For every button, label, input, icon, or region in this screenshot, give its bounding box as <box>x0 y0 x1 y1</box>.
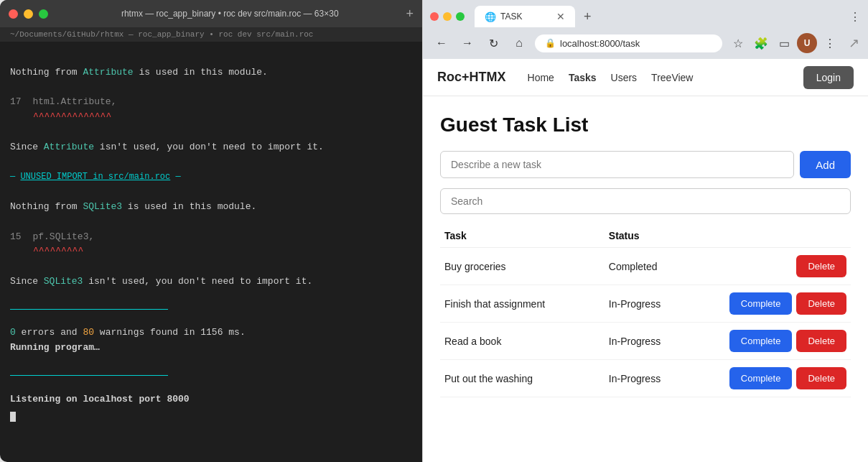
nav-links: Home Tasks Users TreeView <box>528 69 803 86</box>
app-navbar: Roc+HTMX Home Tasks Users TreeView Login <box>423 59 868 96</box>
task-name-3: Put out the washing <box>440 360 605 397</box>
browser-min-light[interactable] <box>443 12 452 21</box>
term-line <box>10 155 412 170</box>
app-main: Guest Task List Add Task Status <box>423 96 868 415</box>
term-underline-line: ^^^^^^^^^ <box>10 244 412 259</box>
term-line <box>10 125 412 140</box>
browser-url-actions: ☆ 🧩 ▭ U ⋮ <box>728 33 840 53</box>
app-content: Roc+HTMX Home Tasks Users TreeView Login… <box>423 59 868 462</box>
table-row: Buy groceriesCompletedDelete <box>440 248 851 285</box>
task-name-0: Buy groceries <box>440 248 605 285</box>
term-line <box>10 185 412 200</box>
terminal-title: rhtmx — roc_app_binary • roc dev src/mai… <box>60 9 400 19</box>
extensions-icon[interactable]: 🧩 <box>751 33 771 53</box>
close-traffic-light[interactable] <box>9 9 18 19</box>
browser-max-light[interactable] <box>456 12 465 21</box>
term-line: Nothing from Attribute is used in this m… <box>10 65 412 80</box>
url-text: localhost:8000/task <box>560 38 712 49</box>
login-button[interactable]: Login <box>803 66 854 89</box>
delete-button-0[interactable]: Delete <box>796 255 846 277</box>
task-table-header: Task Status <box>440 224 851 248</box>
term-line <box>10 259 412 274</box>
complete-button-3[interactable]: Complete <box>729 367 793 389</box>
term-line <box>10 215 412 230</box>
forward-button[interactable]: → <box>457 33 477 53</box>
nav-users[interactable]: Users <box>611 69 638 86</box>
profile-avatar[interactable]: U <box>797 33 817 53</box>
term-code-line: 15 pf.SQLite3, <box>10 230 412 245</box>
task-status-0: Completed <box>605 248 719 285</box>
terminal-body: Nothing from Attribute is used in this m… <box>0 42 422 462</box>
delete-button-2[interactable]: Delete <box>796 330 846 352</box>
task-input-row: Add <box>440 151 851 178</box>
task-status-3: In-Progress <box>605 360 719 397</box>
delete-button-3[interactable]: Delete <box>796 367 846 389</box>
new-tab-button[interactable]: + <box>578 6 597 27</box>
browser-addressbar: ← → ↻ ⌂ 🔒 localhost:8000/task ☆ 🧩 ▭ U ⋮ … <box>423 27 868 59</box>
term-code: pf.SQLite3, <box>32 231 94 242</box>
term-line: Since Attribute isn't used, you don't ne… <box>10 140 412 155</box>
complete-button-1[interactable]: Complete <box>729 292 793 315</box>
term-line <box>10 50 412 65</box>
home-button[interactable]: ⌂ <box>509 33 529 53</box>
table-row: Put out the washingIn-ProgressCompleteDe… <box>440 360 851 397</box>
app-brand: Roc+HTMX <box>437 70 506 85</box>
task-input[interactable] <box>440 151 794 178</box>
col-task-header: Task <box>440 224 605 248</box>
browser-menu-icon[interactable]: ⋮ <box>849 10 861 24</box>
minimize-traffic-light[interactable] <box>24 9 33 19</box>
browser-panel: 🌐 TASK ✕ + ⋮ ← → ↻ ⌂ 🔒 localhost:8000/ta… <box>422 0 868 462</box>
term-separator-text: UNUSED IMPORT in src/main.roc <box>20 172 170 182</box>
task-status-2: In-Progress <box>605 323 719 360</box>
task-name-2: Read a book <box>440 323 605 360</box>
browser-chrome: 🌐 TASK ✕ + ⋮ ← → ↻ ⌂ 🔒 localhost:8000/ta… <box>423 0 868 59</box>
maximize-traffic-light[interactable] <box>39 9 48 19</box>
search-input[interactable] <box>440 188 851 214</box>
term-warn-count: 80 <box>83 327 94 338</box>
lock-icon: 🔒 <box>545 38 556 48</box>
browser-tab-task[interactable]: 🌐 TASK ✕ <box>475 6 575 27</box>
url-bar[interactable]: 🔒 localhost:8000/task <box>535 34 722 52</box>
tab-label: TASK <box>500 11 522 22</box>
term-underline-line: ^^^^^^^^^^^^^^ <box>10 110 412 125</box>
term-keyword: Attribute <box>44 142 94 152</box>
table-row: Finish that assignmentIn-ProgressComplet… <box>440 285 851 323</box>
delete-button-1[interactable]: Delete <box>796 292 846 315</box>
term-line: Since SQLite3 isn't used, you don't need… <box>10 274 412 290</box>
browser-close-light[interactable] <box>430 12 439 21</box>
browser-traffic-lights <box>430 12 465 21</box>
task-name-1: Finish that assignment <box>440 285 605 323</box>
term-code: html.Attribute, <box>32 96 116 107</box>
back-button[interactable]: ← <box>431 33 452 53</box>
term-error-count: 0 <box>10 327 16 338</box>
terminal-subtitle: ~/Documents/GitHub/rhtmx — roc_app_binar… <box>0 27 422 42</box>
term-line: Nothing from SQLite3 is used in this mod… <box>10 200 412 215</box>
term-line-num: 15 <box>10 231 22 242</box>
browser-menu-button[interactable]: ⋮ <box>820 33 840 53</box>
col-actions-header <box>719 224 851 248</box>
task-actions-2: CompleteDelete <box>719 323 851 360</box>
task-actions-1: CompleteDelete <box>719 285 851 323</box>
sidebar-icon[interactable]: ▭ <box>774 33 794 53</box>
term-cursor <box>10 412 16 422</box>
term-underline: ^^^^^^^^^^^^^^ <box>33 111 111 122</box>
tab-favicon: 🌐 <box>485 11 496 22</box>
nav-treeview[interactable]: TreeView <box>651 69 693 86</box>
term-divider <box>10 309 412 325</box>
browser-tabbar: 🌐 TASK ✕ + ⋮ <box>423 0 868 27</box>
term-line <box>10 356 412 371</box>
term-keyword: SQLite3 <box>83 201 122 212</box>
add-button[interactable]: Add <box>800 151 851 178</box>
nav-home[interactable]: Home <box>528 69 554 86</box>
term-line <box>10 375 412 391</box>
term-underline: ^^^^^^^^^ <box>33 246 83 257</box>
term-running: Running program… <box>10 341 412 356</box>
reload-button[interactable]: ↻ <box>483 33 503 53</box>
new-tab-icon[interactable]: + <box>406 6 414 22</box>
complete-button-2[interactable]: Complete <box>729 330 793 352</box>
terminal-panel: rhtmx — roc_app_binary • roc dev src/mai… <box>0 0 422 462</box>
term-line-num: 17 <box>10 96 22 107</box>
bookmark-icon[interactable]: ☆ <box>728 33 748 53</box>
tab-close-icon[interactable]: ✕ <box>556 11 565 22</box>
nav-tasks[interactable]: Tasks <box>569 69 597 86</box>
